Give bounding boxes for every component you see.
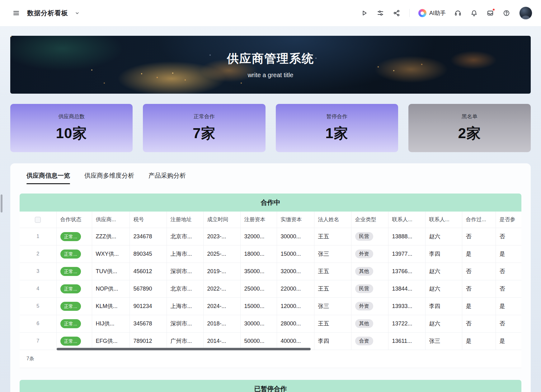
cell-founded: 2025-... <box>203 245 240 263</box>
company-type-badge: 民营 <box>355 284 373 293</box>
column-header[interactable]: 联系人... <box>425 212 462 228</box>
sliders-icon[interactable] <box>374 7 386 19</box>
cell-tax-id: 901234 <box>129 297 167 315</box>
cell-founded: 2022-... <box>203 280 240 297</box>
cell-reg-capital: 25000... <box>240 280 277 297</box>
cell-address: 北京市... <box>167 228 203 245</box>
hero-title: 供应商管理系统 <box>227 51 314 67</box>
cell-company-type: 民营 <box>351 280 388 297</box>
cell-contact-name: 李四 <box>425 297 462 315</box>
tab-supplier-info[interactable]: 供应商信息一览 <box>26 171 70 184</box>
avatar[interactable] <box>519 7 532 20</box>
stat-card-normal-cooperation[interactable]: 正常合作 7家 <box>143 104 265 152</box>
cell-legal-name: 张三 <box>314 245 351 263</box>
cell-supplier: EFG供... <box>92 332 129 350</box>
vertical-scrollbar[interactable] <box>1 194 2 212</box>
ai-assistant-button[interactable]: AI助手 <box>416 8 448 18</box>
column-header[interactable]: 合作状态 <box>56 212 92 228</box>
table-row[interactable]: 6正常...HIJ供...345678深圳市...2018-...30000..… <box>20 315 521 332</box>
cell-legal-name: 王五 <box>314 315 351 332</box>
column-header[interactable]: 注册地址 <box>167 212 203 228</box>
cell-reg-capital: 50000... <box>240 332 277 350</box>
cell-coop-over: 否 <box>462 280 496 297</box>
horizontal-scrollbar[interactable] <box>57 348 311 350</box>
stat-label: 供应商总数 <box>58 113 85 120</box>
record-count: 7条 <box>20 350 521 368</box>
company-type-badge: 外资 <box>355 250 373 258</box>
cooperating-table-card: 合作中 合作状态供应商...税号注册地址成立时间注册资 <box>20 194 521 368</box>
stat-card-total-suppliers[interactable]: 供应商总数 10家 <box>10 104 133 152</box>
cell-legal-name: 王五 <box>314 228 351 245</box>
cell-contact-name: 张三 <box>425 332 462 350</box>
cell-founded: 2019-... <box>203 263 240 280</box>
cell-contact-phone: 13766... <box>388 263 425 280</box>
cell-reg-capital: 15000... <box>240 297 277 315</box>
cell-contact-phone: 13611... <box>388 332 425 350</box>
play-icon[interactable] <box>358 7 370 19</box>
column-header[interactable]: 注册资本 <box>240 212 277 228</box>
headset-icon[interactable] <box>452 7 464 19</box>
supplier-table: 合作状态供应商...税号注册地址成立时间注册资本实缴资本法人姓名企业类型联系人.… <box>20 212 521 368</box>
cell-contact-name: 赵六 <box>425 315 462 332</box>
stat-card-blacklist[interactable]: 黑名单 2家 <box>408 104 531 152</box>
column-header[interactable]: 成立时间 <box>203 212 240 228</box>
tab-procurement-analysis[interactable]: 产品采购分析 <box>148 171 186 184</box>
table-row[interactable]: 2正常...WXY供...890345上海市...2025-...18000..… <box>20 245 521 263</box>
table-row[interactable]: 4正常...NOP供...567890北京市...2022-...25000..… <box>20 280 521 297</box>
status-badge: 正常... <box>60 284 81 293</box>
cell-coop-over: 否 <box>462 315 496 332</box>
cell-contact-phone: 13977... <box>388 245 425 263</box>
menu-icon[interactable] <box>10 7 22 19</box>
select-all-checkbox[interactable] <box>35 217 41 223</box>
column-header[interactable]: 是否参 <box>496 212 521 228</box>
cell-founded: 2024-... <box>203 297 240 315</box>
share-icon[interactable] <box>391 7 402 19</box>
status-badge: 正常... <box>60 337 81 346</box>
stat-value: 2家 <box>458 124 481 143</box>
row-index: 1 <box>20 228 56 245</box>
column-header[interactable]: 税号 <box>129 212 167 228</box>
cell-legal-name: 李四 <box>314 332 351 350</box>
stat-label: 黑名单 <box>462 113 477 120</box>
cell-legal-name: 王五 <box>314 263 351 280</box>
table-wrap: 合作状态供应商...税号注册地址成立时间注册资本实缴资本法人姓名企业类型联系人.… <box>20 212 521 368</box>
tab-supplier-analysis[interactable]: 供应商多维度分析 <box>84 171 134 184</box>
column-header[interactable]: 联系人... <box>388 212 425 228</box>
table-row[interactable]: 7正常...EFG供...789012广州市...2014-...50000..… <box>20 332 521 350</box>
status-badge: 正常... <box>60 250 81 259</box>
cell-status: 正常... <box>56 228 92 245</box>
chevron-down-icon[interactable] <box>73 7 81 19</box>
help-icon[interactable] <box>501 7 512 19</box>
stat-card-paused-cooperation[interactable]: 暂停合作 1家 <box>276 104 398 152</box>
table-row[interactable]: 5正常...KLM供...901234上海市...2024-...15000..… <box>20 297 521 315</box>
cell-address: 深圳市... <box>167 315 203 332</box>
stat-label: 正常合作 <box>194 113 215 120</box>
city-lights-decoration <box>10 36 12 37</box>
status-badge: 正常... <box>60 232 81 241</box>
stat-value: 7家 <box>193 124 216 143</box>
cell-coop-over: 是 <box>462 245 496 263</box>
stat-value: 10家 <box>56 124 87 143</box>
status-badge: 正常... <box>60 302 81 311</box>
company-type-badge: 合资 <box>355 337 373 345</box>
cell-legal-name: 张三 <box>314 297 351 315</box>
column-header[interactable]: 实缴资本 <box>277 212 314 228</box>
select-all-cell <box>20 212 56 228</box>
cell-address: 广州市... <box>167 332 203 350</box>
inbox-icon[interactable] <box>484 7 496 19</box>
group-header-paused: 已暂停合作 <box>20 380 521 392</box>
column-header[interactable]: 合作过... <box>462 212 496 228</box>
bell-icon[interactable] <box>468 7 480 19</box>
cell-reg-capital: 35000... <box>240 263 277 280</box>
cell-address: 深圳市... <box>167 263 203 280</box>
stat-cards: 供应商总数 10家 正常合作 7家 暂停合作 1家 黑名单 2家 <box>10 104 531 152</box>
table-row[interactable]: 3正常...TUV供...456012深圳市...2019-...35000..… <box>20 263 521 280</box>
column-header[interactable]: 法人姓名 <box>314 212 351 228</box>
cell-status: 正常... <box>56 315 92 332</box>
cell-participate: 否 <box>496 280 521 297</box>
column-header[interactable]: 供应商... <box>92 212 129 228</box>
divider <box>409 9 410 17</box>
cell-company-type: 合资 <box>351 332 388 350</box>
column-header[interactable]: 企业类型 <box>351 212 388 228</box>
table-row[interactable]: 1正常...ZZZ供...234678北京市...2023-...32000..… <box>20 228 521 245</box>
